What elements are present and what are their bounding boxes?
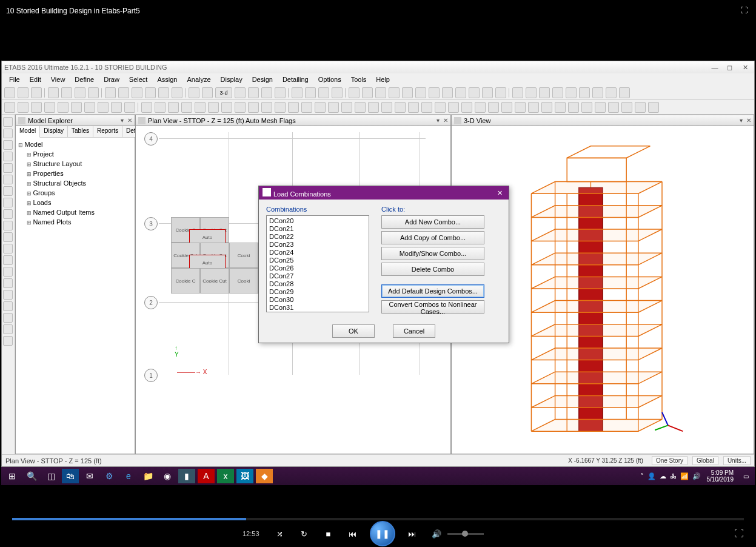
tool-btn[interactable]	[48, 87, 59, 98]
tool-btn[interactable]	[88, 87, 99, 98]
start-button[interactable]: ⊞	[4, 469, 21, 483]
tool-btn[interactable]	[168, 102, 179, 113]
tree-item[interactable]: Structural Objects	[27, 179, 132, 189]
pin-icon[interactable]: ▾	[740, 117, 743, 124]
menu-edit[interactable]: Edit	[25, 75, 46, 84]
tool-btn[interactable]	[181, 102, 192, 113]
tool-btn[interactable]	[84, 102, 95, 113]
lt-btn[interactable]	[3, 313, 13, 323]
tool-btn[interactable]	[98, 102, 109, 113]
list-item[interactable]: DCon29	[268, 288, 367, 296]
tool-btn[interactable]	[221, 102, 232, 113]
menu-analyze[interactable]: Analyze	[182, 75, 215, 84]
tool-btn[interactable]	[579, 87, 590, 98]
volume-slider[interactable]	[447, 533, 484, 535]
close-icon[interactable]: ✕	[738, 64, 752, 72]
tool-btn[interactable]	[235, 87, 246, 98]
tool-btn[interactable]	[442, 87, 453, 98]
tool-btn[interactable]	[158, 87, 169, 98]
list-item[interactable]: DCon31	[268, 304, 367, 312]
tool-btn[interactable]	[305, 87, 316, 98]
tool-btn[interactable]	[648, 102, 659, 113]
people-icon[interactable]: 👤	[647, 472, 656, 480]
tool-btn[interactable]	[275, 87, 286, 98]
tool-btn[interactable]	[395, 102, 406, 113]
tool-btn[interactable]	[58, 102, 69, 113]
lt-btn[interactable]	[3, 221, 13, 230]
lt-btn[interactable]	[3, 152, 13, 161]
modify-combo-button[interactable]: Modify/Show Combo...	[381, 247, 484, 260]
list-item[interactable]: DCon20	[268, 217, 367, 225]
tool-btn[interactable]	[301, 102, 312, 113]
tool-btn[interactable]	[455, 87, 466, 98]
next-icon[interactable]: ⏭	[405, 526, 420, 541]
menu-options[interactable]: Options	[313, 75, 346, 84]
list-item[interactable]: DCon22	[268, 233, 367, 241]
tree-item[interactable]: Named Output Items	[27, 208, 132, 218]
list-item[interactable]: DCon25	[268, 257, 367, 264]
menu-assign[interactable]: Assign	[152, 75, 182, 84]
tool-btn[interactable]	[261, 102, 272, 113]
tool-btn[interactable]	[288, 102, 299, 113]
tool-btn[interactable]	[18, 87, 28, 98]
menu-draw[interactable]: Draw	[99, 75, 124, 84]
tool-btn[interactable]	[512, 87, 523, 98]
tool-btn[interactable]	[555, 102, 566, 113]
list-item[interactable]: DCon23	[268, 241, 367, 249]
tool-btn[interactable]	[488, 102, 499, 113]
model-tree[interactable]: Model Project Structure Layout Propertie…	[16, 138, 135, 454]
lt-btn[interactable]	[3, 175, 13, 184]
tool-btn[interactable]	[469, 87, 480, 98]
tool-btn[interactable]	[248, 87, 259, 98]
menu-display[interactable]: Display	[216, 75, 247, 84]
list-item[interactable]: DCon24	[268, 249, 367, 257]
taskbar-clock[interactable]: 5:09 PM 5/10/2019	[707, 469, 734, 483]
tool-btn[interactable]	[608, 102, 619, 113]
search-icon[interactable]: 🔍	[23, 469, 40, 483]
tool-btn[interactable]	[44, 102, 55, 113]
ok-button[interactable]: OK	[332, 324, 375, 338]
mail-icon[interactable]: ✉	[81, 469, 98, 483]
lt-btn[interactable]	[3, 255, 13, 265]
tool-btn[interactable]	[362, 87, 373, 98]
tool-btn[interactable]	[528, 102, 539, 113]
tool-btn[interactable]	[421, 102, 432, 113]
tool-btn[interactable]	[4, 87, 15, 98]
system-tray[interactable]: ˄ 👤 ☁ 🖧 📶 🔊	[640, 472, 701, 480]
tool-btn[interactable]	[389, 87, 400, 98]
edge-icon[interactable]: e	[120, 469, 137, 483]
list-item[interactable]: DCon27	[268, 272, 367, 280]
lt-btn[interactable]	[3, 301, 13, 311]
tool-btn[interactable]	[375, 87, 386, 98]
dialog-titlebar[interactable]: Load Combinations ✕	[259, 186, 509, 200]
tool-btn[interactable]	[261, 87, 272, 98]
lt-btn[interactable]	[3, 324, 13, 334]
prev-icon[interactable]: ⏮	[346, 526, 360, 541]
tool-btn[interactable]	[461, 102, 472, 113]
tool-btn[interactable]	[606, 87, 617, 98]
tool-btn[interactable]: 3-d	[215, 87, 232, 98]
taskview-icon[interactable]: ◫	[42, 469, 59, 483]
combinations-listbox[interactable]: DCon20 DCon21 DCon22 DCon23 DCon24 DCon2…	[266, 215, 369, 312]
status-global[interactable]: Global	[692, 456, 718, 465]
lt-btn[interactable]	[3, 140, 13, 150]
tool-btn[interactable]	[292, 87, 303, 98]
tool-btn[interactable]	[118, 87, 129, 98]
notification-icon[interactable]: ▭	[740, 473, 752, 480]
lt-btn[interactable]	[3, 186, 13, 196]
fullscreen-icon[interactable]: ⛶	[734, 528, 744, 539]
list-item[interactable]: DCon21	[268, 225, 367, 233]
photos-icon[interactable]: 🖼	[236, 469, 253, 483]
tool-btn[interactable]	[592, 87, 603, 98]
tool-btn[interactable]	[318, 87, 329, 98]
tool-btn[interactable]	[635, 102, 646, 113]
tool-btn[interactable]	[275, 102, 286, 113]
cancel-button[interactable]: Cancel	[393, 324, 435, 338]
lt-btn[interactable]	[3, 198, 13, 207]
tool-btn[interactable]	[75, 87, 85, 98]
pin-icon[interactable]: ▾	[121, 117, 124, 124]
tray-up-icon[interactable]: ˄	[640, 472, 644, 480]
tool-btn[interactable]	[248, 102, 259, 113]
tool-btn[interactable]	[18, 102, 28, 113]
tool-btn[interactable]	[501, 102, 512, 113]
